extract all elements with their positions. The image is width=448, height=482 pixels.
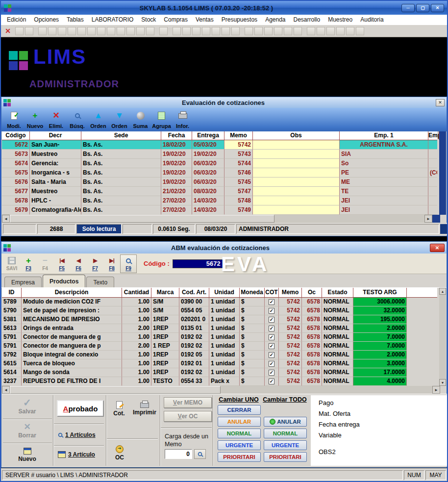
column-unidad[interactable]: Unidad (209, 288, 240, 297)
column-estado[interactable]: Estado (322, 288, 353, 297)
f5-button[interactable]: |◀F5 (53, 254, 70, 273)
cot-checkbox-cell[interactable]: ✓ (265, 306, 279, 315)
table-row[interactable]: 5679Cromatografia-AleBs. As.27/02/2014/0… (2, 205, 437, 215)
carga-search-button[interactable] (194, 449, 206, 459)
ver-memo-button[interactable]: Ver MEMO (164, 397, 212, 408)
cot-checkbox-cell[interactable]: ✓ (265, 298, 279, 306)
tab-empresa[interactable]: Empresa (4, 277, 42, 287)
nuevo-button[interactable]: +Nuevo (25, 109, 46, 130)
menu-compras[interactable]: Compras (160, 15, 192, 24)
cambiar-todo-normal[interactable]: NORMAL (264, 429, 307, 438)
oc-button[interactable]: OC (108, 441, 131, 465)
column-marca[interactable]: Marca (151, 288, 179, 297)
delete-button[interactable]: ✕ Borrar (2, 420, 52, 442)
scroll-up-icon[interactable]: ▲ (439, 288, 446, 295)
option-mat-oferta[interactable]: Mat. Oferta (319, 408, 447, 419)
horizontal-scrollbar[interactable]: ◄ ► (2, 215, 440, 223)
table-row[interactable]: 5792Bloque integral de conexio1.001REP01… (2, 351, 437, 359)
elimi-button[interactable]: ✕Elimi. (46, 109, 67, 130)
cot-checkbox-cell[interactable]: ✓ (265, 368, 279, 377)
table-row[interactable]: 5674Gerencia:Bs. As.19/02/2006/03/205744… (2, 159, 437, 168)
articulos-3-link[interactable]: 3 Artículo (58, 451, 95, 458)
column-decr[interactable]: Decr (30, 131, 81, 140)
modi-button[interactable]: ✓Modi. (3, 109, 25, 130)
f8-button[interactable]: ▶|F8 (103, 254, 120, 273)
scroll-left-icon[interactable]: ◄ (2, 386, 10, 394)
table-row[interactable]: 5614Mango de sonda1.001REP0192 021 unida… (2, 368, 437, 377)
table-row[interactable]: 5791Conector de manguera de g1.001REP019… (2, 333, 437, 342)
column-moneda[interactable]: Moneda (240, 288, 265, 297)
cot-button[interactable]: Cot. (108, 397, 130, 421)
table-row[interactable]: 5615Tuerca de bloqueo1.001REP0192 011 un… (2, 359, 437, 368)
scroll-left-icon[interactable]: ◄ (2, 215, 10, 223)
table-row[interactable]: 5675Inorganica - sBs. As.19/02/2006/03/2… (2, 168, 437, 178)
column-fecha[interactable]: Fecha (161, 131, 192, 140)
menu-desarrollo[interactable]: Desarrollo (290, 15, 324, 24)
infor-button[interactable]: Infor. (172, 109, 193, 130)
cambiar-uno-urgente[interactable]: URGENTE (218, 440, 261, 450)
column-entrega[interactable]: Entrega (192, 131, 224, 140)
column-cod-art[interactable]: Cod. Art. (179, 288, 209, 297)
cot-checkbox-cell[interactable]: ✓ (265, 359, 279, 368)
scroll-thumb[interactable] (10, 215, 274, 223)
menu-presupuestos[interactable]: Presupuestos (218, 15, 261, 24)
carga-memo-input[interactable] (165, 449, 192, 459)
save-button[interactable]: ✓ Salvar (2, 395, 52, 418)
new-button[interactable]: Nuevo (2, 444, 52, 466)
scroll-track[interactable] (274, 215, 424, 223)
f9-button[interactable]: F9 (120, 254, 137, 273)
scroll-down-icon[interactable]: ▼ (439, 379, 446, 386)
column-cantidad[interactable]: Cantidad (122, 288, 151, 297)
menu-agenda[interactable]: Agenda (261, 15, 289, 24)
table-row[interactable]: 5381MECANISMO DE IMPRESIO1.001REP020201 … (2, 315, 437, 324)
option-fecha-entrega[interactable]: Fecha entrega (319, 419, 447, 430)
column-emp-1[interactable]: Emp. 1 (340, 131, 428, 140)
column-sede[interactable]: Sede (81, 131, 161, 140)
option-pago[interactable]: Pago (319, 397, 447, 408)
busq-button[interactable]: Búsq. (67, 109, 88, 130)
articulos-1-link[interactable]: 1 Artículos (58, 431, 96, 438)
table-row[interactable]: 3237REPUESTO DE FILTRO DE I1.00TESTO0554… (2, 377, 437, 386)
cot-checkbox-cell[interactable]: ✓ (265, 333, 279, 342)
cot-checkbox-cell[interactable]: ✓ (265, 351, 279, 359)
option-obs2[interactable]: OBS2 (319, 446, 447, 457)
tab-productos[interactable]: Productos (43, 275, 85, 287)
agrupa-button[interactable]: Agrupa (151, 109, 172, 130)
cambiar-uno-prioritari[interactable]: PRIORITARI (218, 452, 261, 462)
vertical-scrollbar[interactable] (439, 131, 446, 215)
column-memo[interactable]: Memo (279, 288, 302, 297)
column-testo-arg[interactable]: TESTO ARG (353, 288, 407, 297)
horizontal-scrollbar[interactable]: ◄ ► (2, 386, 440, 394)
f3-button[interactable]: +F3 (20, 254, 37, 273)
column-obs[interactable]: Obs (253, 131, 340, 140)
option-variable[interactable]: Variable (319, 430, 447, 440)
cambiar-todo-urgente[interactable]: URGENTE (264, 440, 307, 450)
menu-stock[interactable]: Stock (137, 15, 160, 24)
menu-opciones[interactable]: Opciones (30, 15, 63, 24)
restore-button[interactable]: ▢ (416, 4, 429, 12)
table-row[interactable]: 5673MuestreoBs. As.19/02/2019/02/205743S… (2, 150, 437, 159)
cot-checkbox-cell[interactable]: ✓ (265, 315, 279, 324)
minimize-button[interactable]: ─ (401, 4, 415, 12)
savi-button[interactable]: SAVI (3, 254, 20, 273)
table-row[interactable]: 5789Modulo de medicion CO2 IF1.00S/M0390… (2, 298, 437, 306)
ver-oc-button[interactable]: Ver OC (164, 411, 212, 422)
column-id[interactable]: ID (2, 288, 22, 297)
table-row[interactable]: 5676Salta - MariaBs. As.19/02/2006/03/20… (2, 178, 437, 187)
cot-checkbox-cell[interactable]: ✓ (265, 377, 279, 386)
cambiar-uno-cerrar[interactable]: CERRAR (218, 405, 261, 415)
vertical-scrollbar[interactable]: ▲ ▼ (439, 288, 446, 386)
table-row[interactable]: 5678HPLC -Bs. As.27/02/2014/03/205748JEI (2, 196, 437, 205)
column-codigo[interactable]: Código (2, 131, 30, 140)
cambiar-uno-normal[interactable]: NORMAL (218, 429, 261, 438)
table-row[interactable]: 5791Conector de manguera de p2.001 REP01… (2, 342, 437, 351)
column-descripcion[interactable]: Descripción (22, 288, 122, 297)
cambiar-uno-anular[interactable]: ANULAR (218, 417, 261, 427)
table-row[interactable]: 5790Set de papel de impresion :1.00S/M05… (2, 306, 437, 315)
print-button[interactable]: Imprimir (131, 397, 158, 421)
aprobado-button[interactable]: Aprobado (57, 400, 104, 417)
codigo-input[interactable]: 5672 (173, 259, 224, 268)
menu-muestreo[interactable]: Muestreo (324, 15, 356, 24)
scroll-track[interactable] (221, 386, 432, 394)
close-button[interactable]: ✕ (431, 4, 444, 12)
